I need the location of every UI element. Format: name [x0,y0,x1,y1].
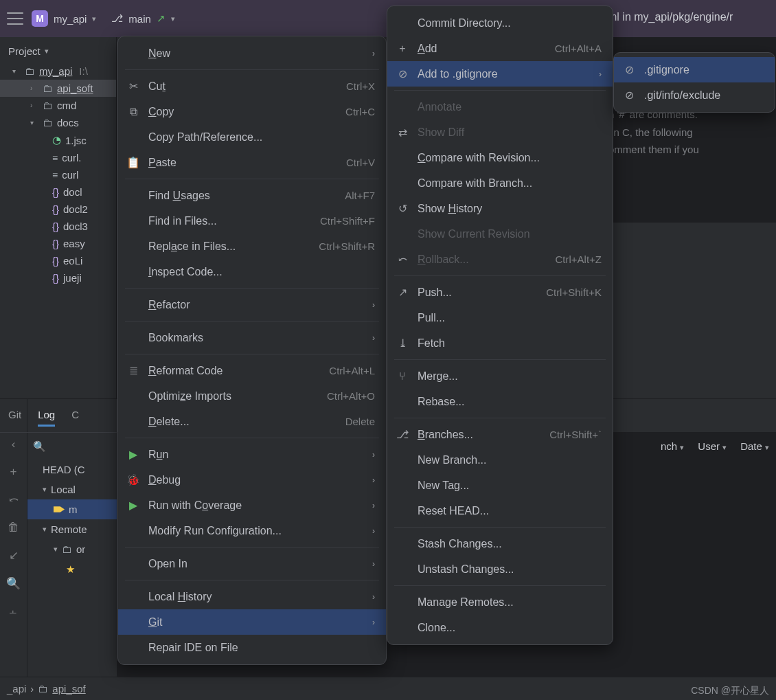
tree-item-file[interactable]: {}eoLi [0,252,116,269]
fetch-icon: ⤓ [396,337,409,350]
menu-find-in-files[interactable]: Find in Files...Ctrl+Shift+F [118,208,386,234]
tree-item-file[interactable]: {}jueji [0,269,116,286]
menu-repair[interactable]: Repair IDE on File [118,635,386,660]
menu-show-history[interactable]: ↺Show History [387,196,613,221]
menu-copy-path[interactable]: Copy Path/Reference... [118,124,386,150]
menu-push[interactable]: ↗Push...Ctrl+Shift+K [387,280,613,305]
menu-refactor[interactable]: Refactor› [118,292,386,317]
branch-item[interactable]: m [27,499,117,519]
context-menu-git: Commit Directory... +AddCtrl+Alt+A ⊘Add … [387,5,613,645]
local-group[interactable]: ▾Local [27,479,117,499]
menu-open-in[interactable]: Open In› [118,551,386,576]
tab-git[interactable]: Git [8,405,21,427]
menu-find-usages[interactable]: Find UsagesAlt+F7 [118,183,386,208]
arrow-icon[interactable]: ↙ [9,548,19,563]
tree-item-folder[interactable]: ▾🗀docs [0,114,116,131]
menu-pull[interactable]: Pull... [387,305,613,330]
menu-reformat[interactable]: ≣Reformat CodeCtrl+Alt+L [118,358,386,383]
branch-selector[interactable]: ⎇ main ↗ ▾ [111,12,175,25]
tree-item-root[interactable]: ▾🗀my_apiI:\ [0,63,116,80]
menu-merge[interactable]: ⑂Merge... [387,363,613,389]
diff-icon: ⇄ [396,126,409,139]
scissors-icon: ✂ [126,80,140,93]
breadcrumb-seg[interactable]: _api [7,683,26,695]
context-menu-main: New› ✂CutCtrl+X ⧉CopyCtrl+C Copy Path/Re… [117,36,387,665]
menu-paste[interactable]: 📋PasteCtrl+V [118,150,386,175]
menu-delete[interactable]: Delete...Delete [118,409,386,434]
project-name: my_api [54,13,87,25]
menu-debug[interactable]: 🐞Debug› [118,467,386,493]
tree-item-file[interactable]: {}docl3 [0,218,116,235]
menu-copy[interactable]: ⧉CopyCtrl+C [118,99,386,124]
tree-item-file[interactable]: ≡curl [0,166,116,183]
head-row[interactable]: HEAD (C [27,460,117,479]
favorite-branch[interactable]: ★ [27,559,117,580]
filter-branch[interactable]: nch ▾ [661,440,684,452]
tree-item-file[interactable]: {}easy [0,235,116,252]
menu-compare-branch[interactable]: Compare with Branch... [387,170,613,196]
menu-git[interactable]: Git› [118,609,386,635]
tree-item-file[interactable]: ◔1.jsc [0,131,116,149]
search-icon[interactable]: 🔍 [6,576,21,591]
push-icon: ↗ [396,286,409,299]
menu-clone[interactable]: Clone... [387,615,613,640]
menu-inspect[interactable]: Inspect Code... [118,259,386,284]
tree-item-file[interactable]: {}docl2 [0,201,116,218]
menu-cut[interactable]: ✂CutCtrl+X [118,74,386,99]
tab-log[interactable]: Log [38,405,55,427]
menu-show-current: Show Current Revision [387,221,613,247]
menu-modify-run[interactable]: Modify Run Configuration...› [118,518,386,543]
main-menu-icon[interactable] [7,12,23,25]
breadcrumb-seg[interactable]: api_sof [52,683,85,695]
checkout-icon[interactable]: ⤺ [9,493,19,507]
menu-new[interactable]: New› [118,41,386,66]
chevron-down-icon: ▾ [171,14,175,23]
remote-folder[interactable]: ▾🗀or [27,539,117,559]
menu-show-diff: ⇄Show Diff [387,120,613,145]
branch-search[interactable]: 🔍 [27,438,117,460]
menu-rollback: ⤺Rollback...Ctrl+Alt+Z [387,247,613,272]
menu-bookmarks[interactable]: Bookmarks› [118,325,386,350]
copy-icon: ⧉ [126,106,140,118]
trash-icon[interactable]: 🗑 [8,521,19,534]
context-menu-gitignore: ⊘.gitignore ⊘.git/info/exclude [613,52,775,113]
menu-reset-head[interactable]: Reset HEAD... [387,498,613,523]
tree-item-folder[interactable]: ›🗀api_soft [0,80,116,97]
menu-stash[interactable]: Stash Changes... [387,531,613,556]
undo-icon: ⤺ [396,253,409,266]
breadcrumb: _api › 🗀 api_sof [0,677,776,700]
tree-item-file[interactable]: {}docl [0,183,116,201]
menu-manage-remotes[interactable]: Manage Remotes... [387,589,613,615]
project-panel-title[interactable]: Project ▾ [0,43,116,63]
menu-rebase[interactable]: Rebase... [387,389,613,414]
stats-icon[interactable]: ⫠ [8,605,19,618]
menu-git-exclude[interactable]: ⊘.git/info/exclude [614,82,775,108]
watermark: CSDN @开心星人 [691,685,769,697]
menu-coverage[interactable]: ▶Run with Coverage› [118,493,386,518]
plus-icon[interactable]: + [10,465,17,479]
clipboard-icon: 📋 [126,156,140,169]
back-icon[interactable]: ‹ [12,438,16,451]
tree-item-file[interactable]: ≡curl. [0,149,116,166]
menu-optimize[interactable]: Optimize ImportsCtrl+Alt+O [118,383,386,409]
menu-compare-revision[interactable]: Compare with Revision... [387,145,613,170]
filter-user[interactable]: User ▾ [698,440,727,452]
menu-fetch[interactable]: ⤓Fetch [387,330,613,356]
remote-group[interactable]: ▾Remote [27,519,117,539]
filter-date[interactable]: Date ▾ [740,440,769,452]
menu-unstash[interactable]: Unstash Changes... [387,556,613,582]
menu-branches[interactable]: ⎇Branches...Ctrl+Shift+` [387,422,613,447]
tab-console[interactable]: C [71,405,79,427]
menu-gitignore-file[interactable]: ⊘.gitignore [614,57,775,82]
menu-commit-dir[interactable]: Commit Directory... [387,10,613,36]
menu-add[interactable]: +AddCtrl+Alt+A [387,36,613,61]
menu-add-gitignore[interactable]: ⊘Add to .gitignore› [387,61,613,87]
menu-run[interactable]: ▶Run› [118,442,386,467]
menu-local-history[interactable]: Local History› [118,584,386,609]
menu-new-branch[interactable]: New Branch... [387,447,613,473]
chevron-down-icon: ▾ [92,14,96,23]
tree-item-folder[interactable]: ›🗀cmd [0,97,116,114]
project-selector[interactable]: M my_api ▾ [32,10,96,27]
menu-new-tag[interactable]: New Tag... [387,473,613,498]
menu-replace-in-files[interactable]: Replace in Files...Ctrl+Shift+R [118,234,386,259]
